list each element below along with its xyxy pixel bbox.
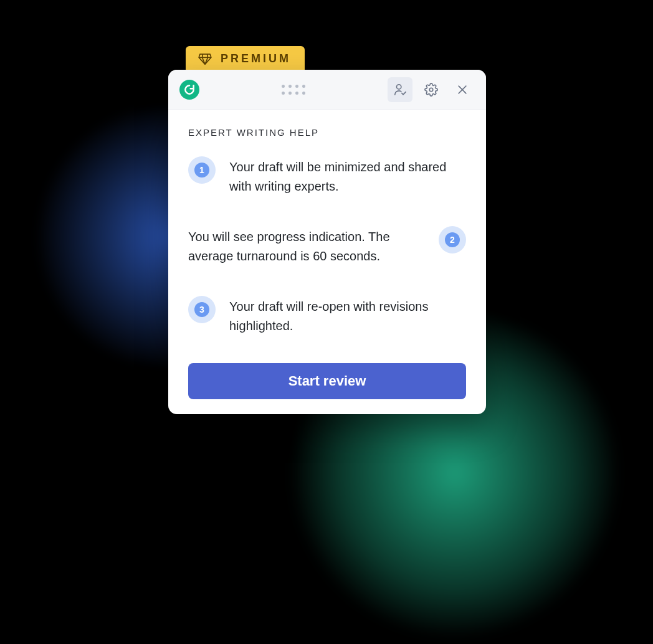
step-badge: 2 xyxy=(439,226,466,253)
gear-icon[interactable] xyxy=(419,77,444,102)
drag-handle-icon[interactable] xyxy=(282,85,305,95)
step-badge: 3 xyxy=(188,296,216,323)
expert-help-panel: EXPERT WRITING HELP 1 Your draft will be… xyxy=(168,70,486,414)
close-icon[interactable] xyxy=(450,77,475,102)
diamond-icon xyxy=(198,54,212,65)
step-number: 2 xyxy=(445,232,460,247)
step-1: 1 Your draft will be minimized and share… xyxy=(188,156,466,196)
step-text: You will see progress indication. The av… xyxy=(188,226,425,266)
svg-point-1 xyxy=(429,88,433,92)
step-text: Your draft will re-open with revisions h… xyxy=(229,296,466,336)
step-badge: 1 xyxy=(188,156,216,184)
panel-header xyxy=(168,70,486,110)
step-text: Your draft will be minimized and shared … xyxy=(229,156,466,196)
step-number: 1 xyxy=(194,163,209,178)
panel-body: EXPERT WRITING HELP 1 Your draft will be… xyxy=(168,110,486,414)
step-2: 2 You will see progress indication. The … xyxy=(188,226,466,266)
premium-badge: PREMIUM xyxy=(186,46,305,72)
grammarly-logo-icon xyxy=(179,80,199,100)
svg-point-0 xyxy=(397,84,401,88)
step-3: 3 Your draft will re-open with revisions… xyxy=(188,296,466,336)
start-review-button[interactable]: Start review xyxy=(188,363,466,399)
step-number: 3 xyxy=(194,302,209,317)
steps-list: 1 Your draft will be minimized and share… xyxy=(188,156,466,336)
premium-label: PREMIUM xyxy=(221,52,291,65)
profile-check-icon[interactable] xyxy=(388,77,412,102)
section-title: EXPERT WRITING HELP xyxy=(188,127,466,138)
